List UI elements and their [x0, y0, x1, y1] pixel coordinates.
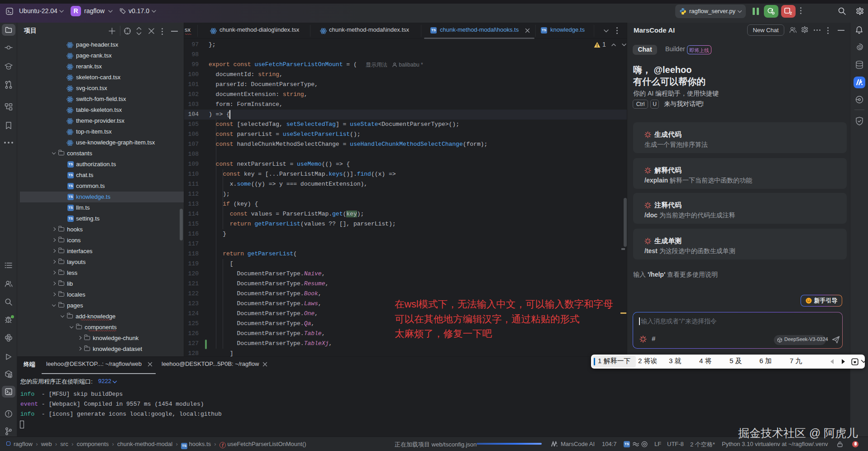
- svg-text:2: 2: [790, 11, 792, 15]
